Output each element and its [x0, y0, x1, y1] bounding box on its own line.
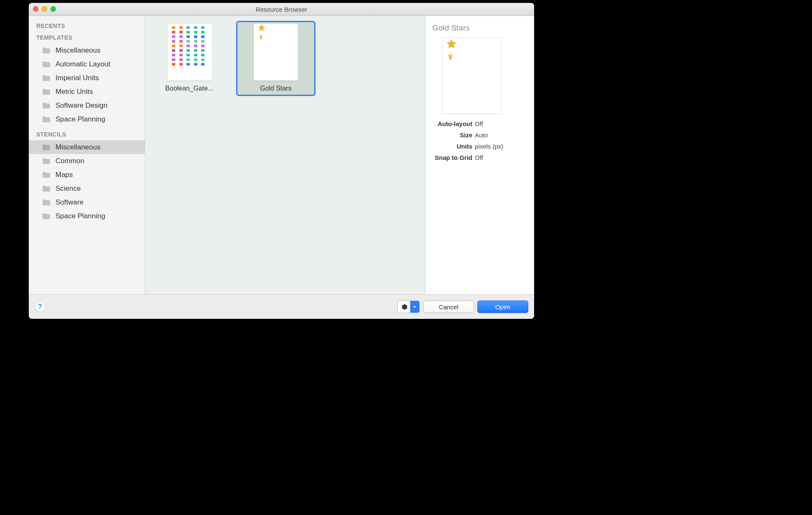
button-label: Cancel [439, 303, 459, 311]
folder-icon [42, 116, 50, 123]
resource-browser-window: Resource Browser RECENTS TEMPLATES Misce… [29, 3, 534, 319]
folder-icon [42, 213, 50, 220]
sidebar-item-label: Miscellaneous [55, 46, 101, 55]
open-button[interactable]: Open [477, 300, 528, 313]
sidebar-item-label: Science [55, 184, 81, 193]
prop-value: pixels (px) [475, 143, 527, 150]
resource-tile-gold-stars[interactable]: Gold Stars [236, 21, 315, 96]
details-preview [442, 38, 502, 114]
folder-icon [42, 61, 50, 68]
sidebar-item-label: Software Design [55, 101, 108, 110]
sidebar-item-stencils-miscellaneous[interactable]: Miscellaneous [29, 140, 145, 154]
details-panel: Gold Stars Auto-layout Off Size Auto [425, 16, 534, 294]
sidebar: RECENTS TEMPLATES Miscellaneous Automati… [29, 16, 145, 294]
help-icon: ? [38, 303, 42, 311]
folder-icon [42, 199, 50, 206]
sidebar-item-templates-software-design[interactable]: Software Design [29, 98, 145, 112]
folder-icon [42, 75, 50, 81]
chevron-down-icon [410, 301, 419, 313]
folder-icon [42, 185, 50, 192]
prop-key: Auto-layout [432, 120, 472, 127]
button-label: Open [495, 303, 511, 311]
resource-label: Boolean_Gate… [165, 85, 214, 92]
sidebar-item-label: Automatic Layout [55, 60, 110, 68]
folder-icon [42, 144, 50, 151]
star-icon [445, 38, 458, 53]
resource-thumbnail [168, 24, 212, 81]
prop-value: Auto [475, 131, 527, 139]
content-area: Boolean_Gate… Gold Stars [145, 16, 534, 294]
half-star-icon [445, 51, 453, 64]
sidebar-item-templates-space-planning[interactable]: Space Planning [29, 112, 145, 126]
sidebar-item-label: Space Planning [55, 212, 105, 220]
sidebar-item-stencils-science[interactable]: Science [29, 182, 145, 195]
section-stencils: STENCILS [29, 129, 145, 140]
sidebar-item-stencils-space-planning[interactable]: Space Planning [29, 209, 145, 223]
prop-value: Off [475, 120, 527, 127]
section-recents[interactable]: RECENTS [29, 20, 145, 32]
window-controls [33, 6, 56, 12]
resource-tile-boolean-gates[interactable]: Boolean_Gate… [150, 21, 229, 96]
prop-key: Size [432, 131, 472, 139]
section-templates: TEMPLATES [29, 32, 145, 43]
sidebar-item-stencils-common[interactable]: Common [29, 154, 145, 168]
actions-menu-button[interactable] [397, 300, 420, 313]
zoom-button[interactable] [50, 6, 56, 12]
resource-grid: Boolean_Gate… Gold Stars [145, 16, 425, 294]
folder-icon [42, 47, 50, 54]
sidebar-item-templates-automatic-layout[interactable]: Automatic Layout [29, 57, 145, 71]
folder-icon [42, 88, 50, 95]
sidebar-item-templates-miscellaneous[interactable]: Miscellaneous [29, 43, 145, 57]
sidebar-item-label: Software [55, 198, 83, 207]
titlebar: Resource Browser [29, 3, 534, 16]
prop-key: Snap to Grid [432, 154, 472, 161]
details-title: Gold Stars [432, 23, 527, 33]
details-properties: Auto-layout Off Size Auto Units pixels (… [432, 120, 527, 161]
sidebar-item-stencils-software[interactable]: Software [29, 195, 145, 209]
resource-label: Gold Stars [260, 85, 292, 92]
folder-icon [42, 102, 50, 109]
sidebar-item-label: Maps [55, 171, 73, 179]
prop-key: Units [432, 143, 472, 150]
close-button[interactable] [33, 6, 38, 12]
folder-icon [42, 172, 50, 178]
sidebar-item-label: Space Planning [55, 115, 105, 124]
sidebar-item-stencils-maps[interactable]: Maps [29, 168, 145, 182]
cancel-button[interactable]: Cancel [423, 300, 474, 313]
sidebar-item-label: Common [55, 157, 84, 165]
prop-value: Off [475, 154, 527, 161]
window-title: Resource Browser [29, 6, 534, 13]
resource-thumbnail [254, 24, 298, 81]
sidebar-item-label: Miscellaneous [55, 143, 101, 151]
sidebar-item-templates-metric-units[interactable]: Metric Units [29, 85, 145, 98]
help-button[interactable]: ? [35, 301, 45, 312]
sidebar-item-templates-imperial-units[interactable]: Imperial Units [29, 71, 145, 85]
half-star-icon [257, 33, 263, 43]
footer: ? Cancel Open [29, 294, 534, 319]
sidebar-item-label: Imperial Units [55, 74, 99, 82]
minimize-button[interactable] [42, 6, 47, 12]
sidebar-item-label: Metric Units [55, 88, 93, 96]
folder-icon [42, 158, 50, 164]
gear-icon [398, 301, 410, 313]
